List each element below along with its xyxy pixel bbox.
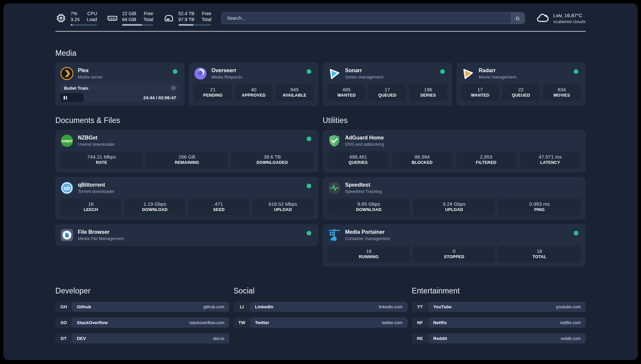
bookmark-url: youtube.com (556, 304, 581, 309)
disk-icon (163, 13, 174, 24)
ram-total-value: 64 GiB (122, 16, 136, 22)
status-dot (574, 231, 578, 235)
bookmark-url: netflix.com (560, 320, 581, 325)
stat-seed: 471SEED (188, 198, 249, 215)
svg-text:qb: qb (64, 185, 70, 191)
bookmark-name: StackOverflow (77, 320, 108, 325)
cpu-icon (55, 13, 67, 24)
stat-download: 1.19 GbpsDOWNLOAD (124, 198, 185, 215)
service-name: qBittorrent (78, 182, 114, 188)
stat-queued: 17QUEUED (368, 84, 406, 101)
disk-free-label: Free (202, 11, 212, 16)
service-desc: Torrent downloader (78, 189, 114, 194)
media-card-row: Plex Media server Bullet Train (55, 63, 586, 106)
cpu-progress-bar (71, 24, 97, 26)
bookmark-name: Reddit (433, 336, 447, 341)
stat-wanted: 485WANTED (328, 84, 366, 101)
service-desc: Series management (345, 74, 383, 80)
stat-available: 945AVAILABLE (276, 84, 314, 101)
bookmark-dev[interactable]: DT DEV dev.to (55, 333, 229, 344)
cpu-value: 7% (71, 11, 79, 16)
service-desc: Container management (345, 236, 390, 241)
service-name: Sonarr (345, 67, 383, 74)
stat-remaining: 266 GBREMAINING (146, 151, 228, 168)
service-card-adguard[interactable]: AdGuard Home DNS and adblocking 498,461Q… (323, 130, 586, 172)
bookmark-github[interactable]: GH Github github.com (55, 302, 229, 312)
service-desc: Media server (78, 74, 103, 80)
service-card-portainer[interactable]: Media Portainer Container management 16R… (323, 224, 586, 267)
playback-progress-bar[interactable]: 24:44 / 02:06:47 (60, 93, 180, 102)
service-card-speedtest[interactable]: Speedtest Speedtest Tracking 9.65 GbpsDO… (323, 177, 586, 220)
search-engine-button[interactable]: G (511, 13, 525, 24)
bookmark-netflix[interactable]: NF Netflix netflix.com (412, 318, 586, 328)
ram-free-label: Free (143, 11, 153, 16)
cloud-icon (536, 12, 549, 25)
disk-progress-bar (178, 24, 211, 26)
bookmark-tag: LI (233, 302, 250, 312)
overseerr-icon (194, 67, 207, 80)
status-dot (574, 69, 578, 74)
service-name: Speedtest (345, 182, 382, 188)
stat-stopped: 0STOPPED (413, 246, 495, 262)
stat-total: 16TOTAL (498, 246, 581, 262)
speedtest-icon (328, 181, 341, 195)
bookmark-twitter[interactable]: TW Twitter twitter.com (233, 318, 407, 328)
section-title-entertainment: Entertainment (412, 287, 586, 295)
bookmark-youtube[interactable]: YT YouTube youtube.com (412, 302, 586, 312)
status-dot (307, 136, 311, 141)
service-desc: Media Requests (211, 74, 242, 80)
bookmark-url: linkedin.com (379, 304, 402, 309)
qbittorrent-icon: qb (60, 181, 74, 195)
bookmark-name: DEV (77, 336, 86, 341)
search-input[interactable] (222, 13, 511, 24)
section-title-utilities: Utilities (323, 116, 586, 125)
portainer-icon (328, 228, 341, 242)
playback-time: 24:44 / 02:06:47 (143, 95, 176, 100)
bookmark-tag: GH (55, 302, 72, 312)
bookmark-tag: RE (412, 333, 428, 344)
section-title-developer: Developer (55, 287, 229, 295)
stat-upload: 9.24 GbpsUPLOAD (413, 198, 495, 215)
service-desc: Media File Management (78, 236, 124, 241)
now-playing-title: Bullet Train (64, 86, 88, 91)
search-bar: G (221, 12, 525, 24)
status-dot (307, 231, 311, 235)
stat-rate: 744.21 MbpsRATE (60, 151, 143, 168)
service-name: AdGuard Home (345, 135, 384, 141)
bookmark-name: Twitter (255, 320, 269, 325)
weather-condition: scattered clouds (553, 19, 586, 24)
service-desc: Movie management (479, 74, 516, 80)
bookmark-reddit[interactable]: RE Reddit reddit.com (412, 333, 586, 344)
bookmark-stackoverflow[interactable]: SO StackOverflow stackoverflow.com (55, 318, 229, 328)
service-card-sonarr[interactable]: Sonarr Series management 485WANTED 17QUE… (323, 63, 452, 106)
bookmark-linkedin[interactable]: LI LinkedIn linkedin.com (233, 302, 407, 312)
cpu-load-label: Load (87, 16, 97, 22)
weather-location-temp: Lviv, 16.87°C (553, 12, 586, 19)
bookmark-tag: SO (55, 318, 72, 328)
stat-download: 9.65 GbpsDOWNLOAD (328, 198, 410, 215)
service-name: Media Portainer (345, 229, 390, 235)
disk-free-value: 52.4 TB (178, 11, 195, 16)
service-card-plex[interactable]: Plex Media server Bullet Train (55, 63, 185, 106)
section-title-media: Media (55, 49, 586, 58)
service-card-nzbget[interactable]: nzbget NZBGet Usenet downloader 744.21 M… (55, 130, 319, 172)
bookmark-name: YouTube (433, 304, 452, 309)
stat-filtered: 2,953FILTERED (456, 151, 517, 168)
camera-icon (171, 85, 176, 91)
bookmark-tag: YT (412, 302, 428, 312)
disk-total-label: Total (202, 16, 212, 22)
service-card-radarr[interactable]: Radarr Movie management 17WANTED 22QUEUE… (456, 63, 586, 106)
two-column-area: Documents & Files nzbget NZBGet U (55, 106, 586, 267)
service-card-overseerr[interactable]: Overseerr Media Requests 21PENDING 40APP… (189, 63, 318, 106)
ram-icon (107, 13, 118, 24)
section-title-social: Social (233, 287, 407, 295)
bookmark-url: stackoverflow.com (189, 320, 224, 325)
status-dot (440, 69, 445, 74)
bookmark-name: Netflix (433, 320, 447, 325)
service-card-qbittorrent[interactable]: qb qBittorrent Torrent downloader 16LEEC… (55, 177, 319, 220)
plex-icon (60, 67, 74, 80)
service-card-filebrowser[interactable]: File Browser Media File Management (55, 224, 319, 246)
cpu-load-value: 3.24 (71, 16, 79, 22)
service-desc: DNS and adblocking (345, 141, 384, 147)
bookmark-url: reddit.com (561, 336, 581, 341)
